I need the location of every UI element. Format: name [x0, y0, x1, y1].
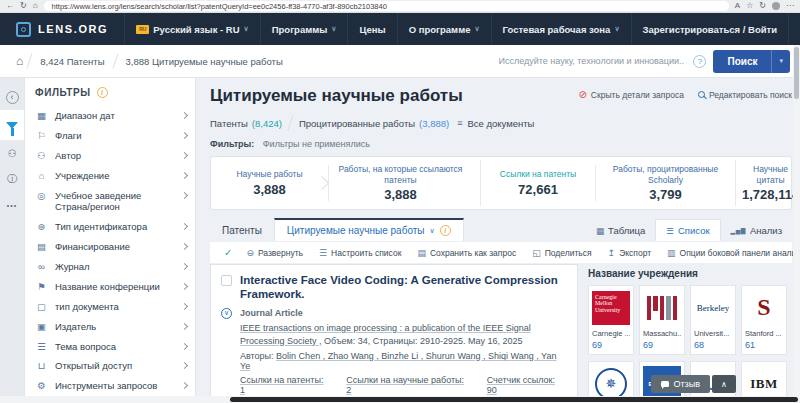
select-all-check-icon[interactable]: ✓	[218, 247, 238, 258]
address-bar[interactable]: https://www.lens.org/lens/search/scholar…	[44, 1, 729, 11]
article-authors-line: Авторы: Bolin Chen , Zhao Wang , Binzhe …	[240, 351, 567, 371]
search-button[interactable]: Поиск ▾	[713, 50, 790, 73]
filter-date-range[interactable]: ▦Диапазон дат	[35, 106, 187, 126]
rail-info-button[interactable]: ⓘ	[0, 166, 24, 192]
filter-identifier-type[interactable]: ⊛Тип идентификатора	[35, 217, 187, 237]
nav-language[interactable]: RU Русский язык - RU ∨	[124, 13, 259, 45]
institution-name: Universit...	[694, 329, 732, 338]
stat-scholarly-works[interactable]: Научные работы 3,888	[211, 165, 329, 200]
nav-support[interactable]: Поддержка ∨	[788, 13, 800, 45]
lens-logo[interactable]: LENS.ORG	[0, 22, 124, 37]
horizontal-scrollbar[interactable]	[0, 396, 800, 403]
chevron-left-icon: ‹	[6, 91, 19, 104]
feedback-button[interactable]: Отзыв	[651, 375, 711, 393]
institution-name: Carnegie ...	[592, 329, 630, 338]
help-icon[interactable]: ?	[693, 55, 706, 68]
filter-open-access[interactable]: ⊔Открытый доступ	[35, 356, 187, 376]
doc-tab-patents[interactable]: Патенты (8,424)	[210, 118, 282, 129]
patent-citations-link[interactable]: Ссылки на патенты: 1	[240, 375, 330, 395]
browser-back-icon[interactable]: ←	[6, 2, 14, 10]
filter-document-type[interactable]: ▢тип документа	[35, 297, 187, 317]
analysis-panel-options-button[interactable]: ▥ Опции боковой панели анализа Новый	[659, 247, 800, 259]
info-icon[interactable]: i	[440, 225, 451, 236]
edit-search-link[interactable]: Редактировать поиск	[698, 90, 792, 100]
lens-logo-icon	[16, 22, 31, 37]
filter-journal[interactable]: ∞Журнал	[35, 257, 187, 277]
stat-scholarly-citations[interactable]: Научные цитаты 1,728,114	[736, 160, 800, 205]
share-icon: ◱	[532, 248, 541, 258]
hide-query-details-link[interactable]: ⊘ Скрыть детали запроса	[578, 89, 683, 100]
expand-button[interactable]: ⊖Развернуть	[238, 248, 311, 258]
institution-card-stanford[interactable]: S Stanford ... 61	[741, 285, 787, 355]
article-metrics: Ссылки на патенты: 1 Ссылки на научные р…	[240, 375, 567, 395]
filter-subject[interactable]: ☰Тема вопроса	[35, 337, 187, 357]
all-documents-link[interactable]: ≡ Все документы	[457, 118, 534, 129]
stat-works-cited-scholarly[interactable]: Работы, процитированные Scholarly 3,799	[596, 160, 736, 205]
filter-flags[interactable]: ⚐Флаги	[35, 126, 187, 146]
share-button[interactable]: ◱Поделиться	[524, 248, 599, 258]
filter-institution[interactable]: ⌂Учреждение	[35, 166, 187, 186]
authors-links[interactable]: Bolin Chen , Zhao Wang , Binzhe Li , Shu…	[240, 351, 556, 371]
configure-list-button[interactable]: ☰Настроить список	[311, 248, 409, 258]
view-tab-list[interactable]: ☰ Список	[655, 219, 720, 241]
scroll-top-button[interactable]: ∧	[712, 375, 736, 393]
expand-article-icon[interactable]: ∨	[221, 308, 232, 319]
rail-filters-button[interactable]	[0, 110, 24, 140]
save-query-button[interactable]: ▤Сохранить как запрос	[409, 248, 524, 258]
chevron-right-icon	[181, 283, 188, 290]
search-dropdown-icon[interactable]: ▾	[771, 50, 790, 73]
breadcrumb-scholar[interactable]: 3,888 Цитируемые научные работы	[116, 56, 293, 67]
tab-patents[interactable]: Патенты	[210, 220, 274, 241]
view-tab-table[interactable]: ▦ Таблица	[586, 220, 655, 241]
vertical-scrollbar-thumb[interactable]	[794, 47, 799, 99]
search-input[interactable]	[496, 55, 686, 67]
favorite-star-icon[interactable]: ☆	[746, 2, 753, 10]
institution-card-mit[interactable]: Massachu... 69	[639, 285, 685, 355]
horizontal-scrollbar-thumb[interactable]	[230, 397, 798, 402]
institution-card-berkeley[interactable]: Berkeley Universit... 68	[690, 285, 736, 355]
doc-tab-cited-works[interactable]: Процитированные работы (3,888)	[299, 118, 449, 129]
article-title[interactable]: Interactive Face Video Coding: A Generat…	[240, 274, 567, 302]
all-documents-label: Все документы	[467, 118, 534, 129]
stat-works-cited-by-patents[interactable]: Работы, на которые ссылаются патенты 3,8…	[321, 160, 481, 205]
citation-count-link[interactable]: Счетчик ссылок: 90	[487, 375, 567, 395]
stat-patent-citations[interactable]: Ссылки на патенты 72,661	[481, 165, 596, 200]
browser-profile-avatar[interactable]	[772, 2, 780, 10]
reader-mode-icon[interactable]: A	[735, 2, 740, 10]
collapse-sidebar-button[interactable]: ‹	[0, 84, 24, 110]
filter-institution-country[interactable]: ◎Учебное заведение Страна/регион	[35, 186, 187, 218]
map-pin-icon: ◎	[35, 190, 48, 201]
breadcrumb-patents[interactable]: 8,424 Патенты	[30, 56, 114, 67]
person-icon: ⚇	[35, 150, 48, 161]
browser-more-icon[interactable]: ⋯	[786, 2, 794, 10]
rail-collections-button[interactable]: ⚇	[0, 140, 24, 166]
view-tab-analysis[interactable]: ▂▅▇ Анализ	[721, 220, 792, 241]
filter-funding[interactable]: ▤Финансирование	[35, 237, 187, 257]
nav-guest-workspace[interactable]: Гостевая рабочая зона ∨	[491, 13, 631, 45]
sync-icon[interactable]: ↻	[759, 2, 766, 10]
filter-author[interactable]: ⚇Автор	[35, 146, 187, 166]
browser-refresh-icon[interactable]: ↻	[20, 2, 27, 10]
tab-cited-scholarly-works[interactable]: Цитируемые научные работы ∨ i	[274, 218, 464, 241]
info-icon[interactable]: i	[97, 87, 108, 98]
vertical-scrollbar[interactable]	[793, 45, 800, 395]
nav-about[interactable]: О программе ∨	[397, 13, 491, 45]
institution-card-carnegie-mellon[interactable]: Carnegie Mellon University Carnegie ... …	[588, 285, 634, 355]
tab-separator	[288, 115, 294, 131]
filters-title-label: ФИЛЬТРЫ	[35, 87, 91, 98]
chevron-right-icon	[181, 132, 188, 139]
chevron-right-icon	[181, 191, 188, 198]
filter-query-tools[interactable]: ⚙Инструменты запросов	[35, 376, 187, 396]
rail-more-button[interactable]: •••	[0, 192, 24, 218]
nav-pricing[interactable]: Цены	[347, 13, 396, 45]
nav-signup-login[interactable]: Зарегистрироваться / Войти	[631, 13, 789, 45]
article-checkbox[interactable]	[221, 275, 232, 286]
filter-conference[interactable]: ⚑Название конференции	[35, 277, 187, 297]
nav-programs[interactable]: Программы ∨	[260, 13, 348, 45]
scholarly-citations-link[interactable]: Ссылки на научные работы: 2	[346, 375, 470, 395]
export-button[interactable]: ↥Экспорт	[600, 248, 659, 258]
browser-home-icon[interactable]: ⌂	[33, 2, 38, 10]
home-icon[interactable]: ⌂	[16, 54, 23, 68]
filter-publisher[interactable]: ▣Издатель	[35, 317, 187, 337]
search-button-label: Поиск	[713, 50, 771, 73]
